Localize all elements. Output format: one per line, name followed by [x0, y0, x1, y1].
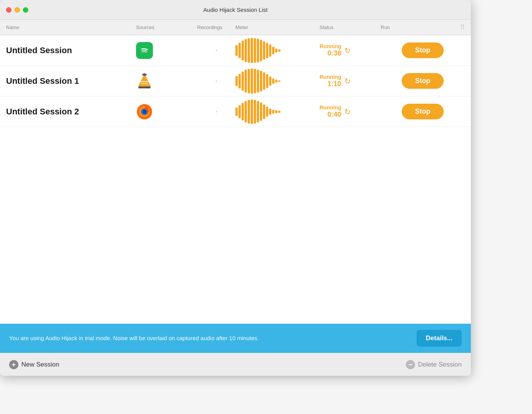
delete-session-button[interactable]: − Delete Session [406, 360, 462, 369]
status-badge-0: Running 0:38 [320, 43, 341, 57]
meter-bar [242, 72, 244, 91]
footer: + New Session − Delete Session [0, 353, 471, 376]
refresh-icon-0[interactable]: ↻ [344, 46, 351, 55]
vlc-icon [136, 73, 153, 90]
spotify-icon [136, 42, 153, 59]
meter-bar [251, 38, 253, 63]
meter-bar [278, 49, 281, 52]
window-title: Audio Hijack Session List [203, 7, 268, 13]
stop-button-0[interactable]: Stop [402, 42, 444, 58]
meter-bar [266, 107, 268, 117]
session-list: Untitled Session · [0, 35, 471, 324]
status-badge-1: Running 1:10 [320, 74, 341, 88]
meter-bar [263, 72, 265, 90]
delete-session-label: Delete Session [418, 361, 462, 368]
svg-point-6 [142, 73, 147, 76]
meter-bar [235, 45, 238, 56]
col-header-sources: Sources [136, 24, 197, 30]
meter-bar [245, 70, 247, 93]
col-header-meter: Meter [235, 24, 320, 30]
maximize-button[interactable] [23, 7, 28, 13]
meter-bar [238, 74, 241, 88]
meter-bar [275, 110, 277, 113]
meter-bar [278, 111, 281, 113]
meter-bar [248, 38, 250, 63]
session-meter-0 [235, 38, 320, 63]
session-run-1: Stop [381, 73, 465, 89]
meter-bar [251, 68, 253, 94]
close-button[interactable] [6, 7, 11, 13]
meter-bar [260, 103, 262, 121]
refresh-icon-1[interactable]: ↻ [344, 77, 351, 86]
status-badge-2: Running 0:40 [320, 104, 341, 119]
meter-bar [248, 100, 250, 124]
meter-bar [245, 101, 247, 122]
session-recordings-2: · [197, 108, 235, 116]
session-name-2: Untitled Session 2 [6, 107, 136, 117]
meter-bar [245, 39, 247, 62]
session-icon-0 [136, 42, 197, 59]
session-meter-1 [235, 68, 320, 94]
minimize-button[interactable] [15, 7, 20, 13]
meter-bar [242, 103, 244, 121]
traffic-lights [6, 7, 28, 13]
session-status-1: Running 1:10 ↻ [320, 74, 381, 88]
session-status-2: Running 0:40 ↻ [320, 104, 381, 119]
svg-rect-2 [138, 86, 151, 88]
meter-bar [235, 76, 238, 86]
meter-bar [272, 47, 274, 54]
meter-bar [266, 74, 268, 88]
meter-bar [272, 78, 274, 84]
session-recordings-1: · [197, 77, 235, 85]
table-row: Untitled Session 2 · [0, 96, 471, 127]
meter-bar [263, 104, 265, 119]
session-name-1: Untitled Session 1 [6, 76, 136, 86]
meter-bar [275, 49, 277, 52]
session-recordings-0: · [197, 46, 235, 54]
new-session-label: New Session [21, 361, 59, 368]
table-row: Untitled Session · [0, 35, 471, 66]
meter-bar [275, 80, 277, 83]
minus-icon: − [406, 360, 415, 369]
plus-icon: + [9, 360, 18, 369]
svg-point-10 [143, 110, 146, 114]
session-meter-2 [235, 99, 320, 124]
meter-bar [257, 39, 259, 62]
meter-bar [269, 44, 271, 57]
meter-bar [251, 99, 253, 124]
meter-bar [278, 80, 281, 82]
refresh-icon-2[interactable]: ↻ [344, 107, 351, 116]
meter-bar [260, 71, 262, 91]
session-icon-1 [136, 73, 197, 90]
col-header-recordings: Recordings [197, 24, 235, 30]
meter-bar [263, 41, 265, 60]
session-name-0: Untitled Session [6, 46, 136, 55]
table-row: Untitled Session 1 · [0, 66, 471, 96]
details-button[interactable]: Details... [417, 330, 462, 347]
firefox-icon [136, 103, 153, 120]
col-header-run: Run [381, 24, 460, 30]
col-header-status: Status [320, 24, 381, 30]
meter-bar [266, 43, 268, 58]
svg-rect-5 [141, 83, 148, 84]
meter-bar [248, 69, 250, 93]
meter-bar [238, 105, 241, 118]
new-session-button[interactable]: + New Session [9, 360, 59, 369]
column-headers: Name Sources Recordings Meter Status Run… [0, 20, 471, 35]
meter-bar [238, 43, 241, 58]
meter-bar [272, 110, 274, 114]
meter-bar [235, 108, 238, 116]
stop-button-1[interactable]: Stop [402, 73, 444, 89]
meter-bar [254, 100, 256, 124]
trial-banner: You are using Audio Hijack in trial mode… [0, 324, 471, 353]
session-run-0: Stop [381, 42, 465, 58]
meter-bar [257, 70, 259, 93]
meter-bar [254, 38, 256, 63]
stop-button-2[interactable]: Stop [402, 104, 444, 119]
meter-bar [242, 41, 244, 60]
column-grip-icon: ⠿ [460, 24, 465, 31]
session-run-2: Stop [381, 104, 465, 119]
col-header-name: Name [6, 24, 136, 30]
trial-message: You are using Audio Hijack in trial mode… [9, 334, 259, 343]
meter-bar [257, 101, 259, 122]
